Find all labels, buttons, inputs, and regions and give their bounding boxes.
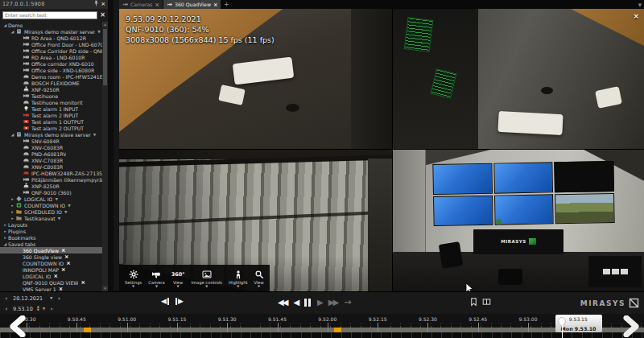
new-tab-button[interactable]: + — [221, 0, 231, 9]
tree-item[interactable]: IPC-HDBW3248R-ZAS-27135 — [0, 170, 102, 176]
scroll-down-icon[interactable]: ▾ — [102, 286, 108, 291]
item-dropdown-icon[interactable]: ▼ — [97, 30, 100, 34]
date-next-icon[interactable]: › — [56, 295, 62, 302]
tree-item[interactable]: QNF-9010 (360) — [0, 189, 102, 196]
tree-item[interactable]: PND-A6081RV — [0, 150, 102, 157]
item-dropdown-icon[interactable]: ▼ — [68, 204, 70, 208]
tree-item[interactable]: Office Corridor RD side - QND-8080R — [0, 47, 102, 54]
tree-item[interactable]: Test alarm 2 OUTPUT — [0, 125, 102, 131]
tree-item[interactable]: XNV-C7083R — [0, 157, 102, 163]
expand-arrow-icon[interactable]: ◢ — [10, 29, 15, 34]
tree-item[interactable]: Testihuone — [0, 93, 102, 99]
time-dropdown-icon[interactable]: ▼ — [43, 307, 45, 311]
tree-item[interactable]: Test alarm 1 INPUT — [0, 105, 102, 112]
expand-arrow-icon[interactable]: ▸ — [10, 196, 15, 201]
tree-item[interactable]: VMS Server 1× — [0, 286, 102, 291]
date-value[interactable]: 20.12.2021 — [13, 295, 47, 302]
time-value[interactable]: 9.53.10 — [13, 306, 34, 312]
tree-item[interactable]: 360 QuadView× — [0, 247, 102, 254]
item-dropdown-icon[interactable]: ▼ — [58, 216, 60, 221]
tree-item[interactable]: ▸Plugins — [0, 228, 102, 234]
jump-to-end-button[interactable]: → — [344, 296, 351, 309]
camera-button[interactable]: Camera▼ — [145, 268, 167, 288]
highlight-button[interactable]: Highlight▼ — [225, 268, 250, 288]
view-button[interactable]: View▼ — [250, 268, 266, 288]
tree-item[interactable]: ◢Mirasys demo master server▼ — [0, 28, 102, 35]
time-next-icon[interactable]: › — [48, 306, 55, 312]
rewind-button[interactable]: ◀◀ — [278, 296, 287, 309]
tree-item[interactable]: Office Front Door - LND-6070R — [0, 41, 102, 47]
expand-arrow-icon[interactable]: ▸ — [2, 222, 8, 227]
panel-close-icon[interactable]: × — [101, 0, 105, 9]
tree-item[interactable]: XNP-8250R — [0, 183, 102, 189]
item-dropdown-icon[interactable]: ▼ — [93, 133, 96, 137]
tree-item[interactable]: COUNTDOWN IO× — [0, 260, 102, 266]
saved-tab-close-icon[interactable]: × — [66, 260, 70, 266]
expand-arrow-icon[interactable]: ▸ — [10, 209, 15, 214]
tree-item[interactable]: Office side - XND-L6080R — [0, 67, 102, 73]
tree-item[interactable]: INNOPOLI MAP× — [0, 266, 102, 273]
tree-item[interactable]: ▸Layouts — [0, 221, 102, 228]
tree-item[interactable]: RD Area - LND-6010R — [0, 54, 102, 60]
tree-item[interactable]: LOGICAL IO× — [0, 273, 102, 279]
tree-item[interactable]: SNV-6084R — [0, 138, 102, 144]
timeline-event-marker[interactable] — [334, 328, 341, 332]
saved-tab-close-icon[interactable]: × — [61, 247, 65, 254]
tab-close-icon[interactable]: × — [213, 2, 217, 8]
view-360-button[interactable]: 360°View▼ — [168, 268, 188, 288]
scroll-up-icon[interactable]: ▴ — [102, 22, 108, 27]
search-clear-icon[interactable]: × — [100, 11, 105, 19]
expand-arrow-icon[interactable]: ◢ — [2, 23, 8, 27]
bookmark-icon[interactable] — [469, 297, 478, 307]
tree-item[interactable]: XNF-9250R — [0, 86, 102, 93]
item-dropdown-icon[interactable]: ▼ — [55, 197, 57, 201]
date-prev-icon[interactable]: ‹ — [3, 295, 10, 302]
tab-cameras[interactable]: Cameras× — [119, 0, 163, 9]
play-reverse-button[interactable]: ◀ — [293, 296, 298, 309]
play-button[interactable]: ▶ — [317, 296, 322, 309]
expand-arrow-icon[interactable]: ▸ — [2, 229, 8, 233]
date-dropdown-icon[interactable]: ▼ — [50, 296, 52, 300]
saved-tab-close-icon[interactable]: × — [53, 273, 57, 279]
tree-scrollbar[interactable]: ▴ ▾ — [102, 22, 108, 291]
tree-item[interactable]: Pitäjänmäen liikenneympyrä — [0, 176, 102, 183]
expand-arrow-icon[interactable]: ◢ — [10, 132, 15, 137]
camera-view-bottom-right[interactable]: MIRASYS — [393, 150, 644, 291]
expand-arrow-icon[interactable]: ▸ — [10, 216, 15, 221]
tree-item[interactable]: ▸LOGICAL IO▼ — [0, 196, 102, 202]
tree-item[interactable]: ▸SCHEDULED IO▼ — [0, 208, 102, 215]
tree-item[interactable]: ▸Testikanavat▼ — [0, 215, 102, 221]
tree-item[interactable]: RD Area - QND-6012R — [0, 35, 102, 41]
expand-arrow-icon[interactable]: ◢ — [2, 241, 8, 246]
pause-button[interactable] — [304, 299, 311, 307]
tree-item[interactable]: Testihuone monitorit — [0, 99, 102, 105]
saved-tab-close-icon[interactable]: × — [61, 266, 65, 273]
saved-tab-close-icon[interactable]: × — [64, 254, 68, 260]
image-controls-button[interactable]: Image controls▼ — [188, 268, 225, 288]
timeline-scroll-right-icon[interactable] — [618, 315, 642, 338]
step-back-button[interactable]: ◀ — [161, 297, 170, 305]
split-view-icon[interactable] — [482, 297, 491, 307]
tree-item[interactable]: ◢Mirasys demo slave server▼ — [0, 131, 102, 138]
tree-item[interactable]: Test alarm 1 OUTPUT — [0, 118, 102, 125]
view-close-icon[interactable]: × — [633, 12, 639, 20]
timeline-scroll-left-icon[interactable] — [6, 315, 31, 338]
timeline-event-marker[interactable] — [84, 328, 91, 332]
tree-item[interactable]: Demo room - IPC-HFW5241E-ZE — [0, 73, 102, 80]
fast-forward-button[interactable]: ▶▶ — [328, 296, 337, 309]
tree-item[interactable]: ◢Saved tabs — [0, 241, 102, 247]
tab-bar-menu-icon[interactable]: ▼ — [636, 0, 644, 9]
tree-item[interactable]: BOSCH FLEXIDOME — [0, 80, 102, 86]
tree-item[interactable]: XNV-C6083R — [0, 144, 102, 150]
settings-button[interactable]: Settings▼ — [122, 268, 145, 288]
pin-icon[interactable] — [93, 0, 99, 10]
saved-tab-close-icon[interactable]: × — [59, 286, 63, 291]
expand-arrow-icon[interactable]: ▸ — [2, 235, 8, 240]
time-prev-icon[interactable]: ‹ — [3, 306, 10, 312]
step-forward-button[interactable]: ▶ — [175, 297, 184, 305]
tree-item[interactable]: QNF-9010 QUAD VIEW× — [0, 279, 102, 286]
search-input[interactable] — [2, 11, 97, 19]
tab-close-icon[interactable]: × — [155, 2, 159, 8]
camera-view-top-right[interactable] — [393, 9, 644, 150]
tree-item[interactable]: ◢Demo — [0, 22, 102, 28]
